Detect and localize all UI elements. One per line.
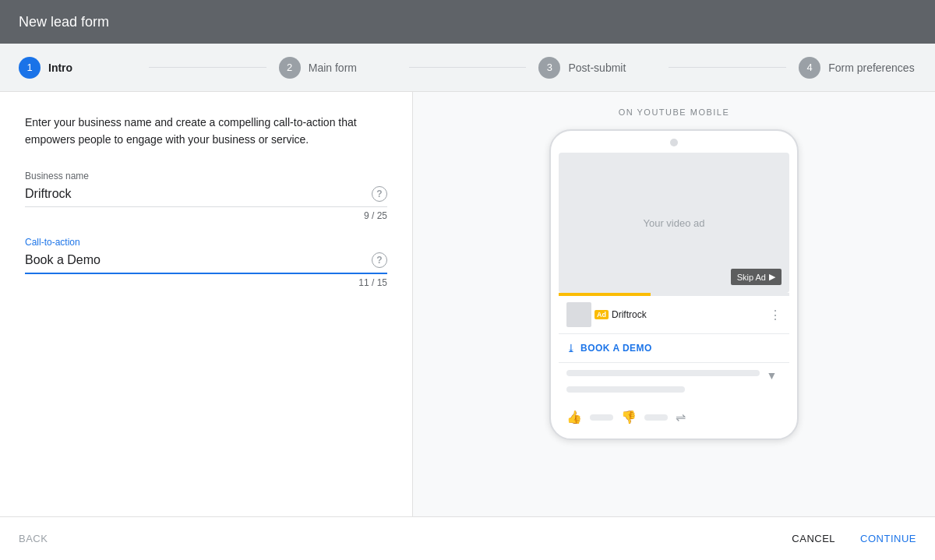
share-icon[interactable]: ⇌	[676, 410, 686, 424]
ad-badge: Ad	[595, 310, 609, 319]
cta-help-icon[interactable]: ?	[372, 252, 387, 268]
back-button[interactable]: BACK	[19, 533, 48, 544]
three-dots-icon[interactable]: ⋮	[769, 308, 782, 322]
dropdown-icon: ▼	[766, 369, 777, 382]
icon-bar-1	[590, 414, 613, 421]
cta-section: Call-to-action Book a Demo ? 11 / 15	[25, 237, 387, 288]
cta-char-count: 11 / 15	[25, 277, 387, 288]
skip-ad-icon: ▶	[769, 272, 775, 282]
footer-right: CANCEL CONTINUE	[792, 533, 916, 544]
stepper: 1 Intro 2 Main form 3 Post-submit 4 Form…	[0, 44, 935, 92]
action-icons-row: 👍 👎 ⇌	[559, 403, 789, 431]
video-area: Your video ad Skip Ad ▶	[559, 153, 789, 293]
skip-ad-button[interactable]: Skip Ad ▶	[731, 269, 782, 285]
header: New lead form	[0, 0, 935, 44]
footer: BACK CANCEL CONTINUE	[0, 516, 935, 560]
step-4-circle: 4	[799, 57, 820, 79]
continue-button[interactable]: CONTINUE	[860, 533, 916, 544]
preview-label: ON YOUTUBE MOBILE	[619, 107, 730, 117]
step-1-circle: 1	[19, 57, 41, 79]
step-line-1	[149, 67, 266, 68]
step-4-label: Form preferences	[828, 62, 914, 74]
thumbs-down-icon[interactable]: 👎	[621, 410, 637, 424]
business-name-input-row[interactable]: Driftrock ?	[25, 186, 387, 207]
phone-mockup: Your video ad Skip Ad ▶ Ad Driftrock ⋮ ⤓	[549, 129, 799, 440]
step-3-label: Post-submit	[568, 62, 626, 74]
business-name-help-icon[interactable]: ?	[372, 186, 387, 202]
info-bar-short	[566, 386, 685, 393]
skip-ad-text: Skip Ad	[737, 273, 766, 282]
ad-name: Driftrock	[612, 309, 769, 320]
cta-button-text: BOOK A DEMO	[580, 343, 652, 354]
info-rows: ▼	[559, 363, 789, 403]
content-area: Enter your business name and create a co…	[0, 92, 935, 516]
step-line-3	[669, 67, 786, 68]
cta-label: Call-to-action	[25, 237, 387, 248]
video-placeholder-text: Your video ad	[643, 217, 704, 229]
step-3-circle: 3	[538, 57, 560, 79]
step-line-2	[409, 67, 527, 68]
ad-thumbnail	[566, 302, 591, 327]
info-bar-long	[566, 370, 760, 376]
left-panel: Enter your business name and create a co…	[0, 92, 413, 516]
description-text: Enter your business name and create a co…	[25, 114, 387, 149]
thumbs-up-icon[interactable]: 👍	[566, 410, 582, 424]
step-2-label: Main form	[309, 62, 357, 74]
cta-chevron-icon: ⤓	[566, 342, 576, 354]
phone-camera	[670, 139, 678, 146]
cta-row[interactable]: ⤓ BOOK A DEMO	[559, 334, 789, 363]
step-1-label: Intro	[48, 62, 72, 74]
page-title: New lead form	[19, 14, 109, 30]
ad-info-row: Ad Driftrock ⋮	[559, 296, 789, 334]
step-main-form[interactable]: 2 Main form	[279, 57, 397, 79]
right-panel: ON YOUTUBE MOBILE Your video ad Skip Ad …	[413, 92, 935, 516]
step-post-submit[interactable]: 3 Post-submit	[538, 57, 656, 79]
step-2-circle: 2	[279, 57, 301, 79]
business-name-section: Business name Driftrock ? 9 / 25	[25, 171, 387, 221]
business-name-label: Business name	[25, 171, 387, 181]
icon-bar-2	[644, 414, 668, 421]
step-intro[interactable]: 1 Intro	[19, 57, 136, 79]
cancel-button[interactable]: CANCEL	[792, 533, 835, 544]
cta-value[interactable]: Book a Demo	[25, 253, 372, 267]
business-name-char-count: 9 / 25	[25, 210, 387, 221]
step-form-preferences[interactable]: 4 Form preferences	[799, 57, 916, 79]
cta-input-row[interactable]: Book a Demo ?	[25, 252, 387, 274]
business-name-value[interactable]: Driftrock	[25, 187, 372, 201]
